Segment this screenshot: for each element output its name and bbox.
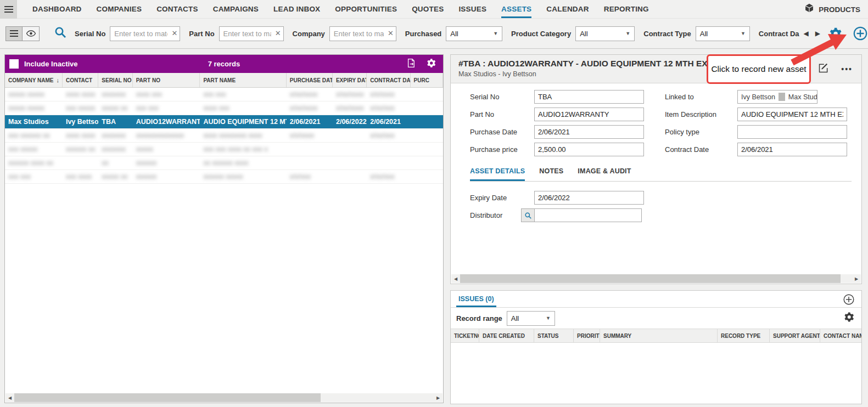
contract-type-filter-select[interactable]: All ▼: [696, 26, 750, 41]
add-asset-button[interactable]: [853, 26, 868, 41]
scroll-right-icon[interactable]: ▶: [434, 393, 443, 402]
filter-next-icon[interactable]: ▶: [815, 30, 820, 37]
column-header-part-name[interactable]: PART NAME: [200, 73, 286, 87]
tab-image-audit[interactable]: IMAGE & AUDIT: [578, 166, 631, 181]
chevron-down-icon: ▼: [493, 31, 498, 36]
column-header-part-no[interactable]: PART NO: [133, 73, 200, 87]
company-filter-input[interactable]: [329, 26, 396, 41]
serial-no-filter-input[interactable]: [110, 26, 180, 41]
serial-no-field[interactable]: [534, 90, 644, 104]
sort-descending-icon: ↓: [56, 77, 59, 83]
purchase-price-field[interactable]: [534, 143, 644, 156]
issues-column-header-ticketno[interactable]: TICKETNO: [451, 329, 479, 342]
add-issue-icon[interactable]: [843, 293, 855, 308]
issues-toolbar: Record range All ▼: [451, 308, 861, 329]
table-row[interactable]: xxxxx xxxxxxxxx xxxxxxxxxxxxxxx xxxxxx x…: [5, 88, 443, 101]
view-toggle-group: [5, 26, 40, 41]
distributor-field[interactable]: [534, 208, 642, 222]
column-header-contract-date[interactable]: CONTRACT DATE: [367, 73, 410, 87]
scrollbar-thumb[interactable]: [460, 274, 841, 283]
linked-company-link[interactable]: Max Studios: [785, 93, 817, 101]
filter-settings-gear-icon[interactable]: [829, 27, 843, 41]
issues-column-header-contact-nam[interactable]: CONTACT NAM: [820, 329, 861, 342]
table-row-selected[interactable]: Max StudiosIvy BettsonTBAAUDIO12WARRANTY…: [5, 115, 443, 129]
record-range-select[interactable]: All ▼: [507, 311, 555, 326]
column-header-serial-no[interactable]: SERIAL NO: [98, 73, 132, 87]
scroll-left-icon[interactable]: ◀: [5, 393, 14, 402]
list-settings-gear-icon[interactable]: [427, 58, 436, 70]
nav-item-issues[interactable]: ISSUES: [458, 0, 486, 18]
export-icon[interactable]: [406, 58, 416, 70]
include-inactive-checkbox[interactable]: [9, 59, 19, 69]
detail-form-hscrollbar[interactable]: ◀ ▶: [451, 274, 861, 283]
asset-list-hscrollbar[interactable]: ◀ ▶: [5, 393, 443, 402]
column-header-purchase-date[interactable]: PURCHASE DATE: [287, 73, 333, 87]
column-header-company-name[interactable]: COMPANY NAME↓: [5, 73, 63, 87]
linked-contact-link[interactable]: Ivy Bettson: [738, 93, 779, 101]
cell: Ivy Bettson: [63, 115, 98, 128]
cell: xxx xxxxx: [63, 101, 98, 115]
nav-item-companies[interactable]: COMPANIES: [97, 0, 142, 18]
list-view-button[interactable]: [5, 26, 23, 41]
column-header-contact[interactable]: CONTACT: [63, 73, 98, 87]
nav-item-campaigns[interactable]: CAMPAIGNS: [213, 0, 259, 18]
cell: 2/06/2021: [367, 115, 410, 128]
linked-to-label: Linked to: [665, 93, 737, 101]
purchase-date-field[interactable]: [534, 125, 644, 139]
issues-tab[interactable]: ISSUES (0): [456, 291, 496, 307]
issues-column-header-summary[interactable]: SUMMARY: [600, 329, 718, 342]
purchase-price-label: Purchase price: [470, 145, 534, 154]
company-clear-icon[interactable]: ✕: [388, 29, 394, 37]
menu-hamburger-icon[interactable]: [0, 0, 17, 19]
nav-item-dashboard[interactable]: DASHBOARD: [32, 0, 82, 18]
edit-asset-icon[interactable]: [818, 63, 829, 76]
issues-column-header-status[interactable]: STATUS: [534, 329, 574, 342]
issues-column-header-record-type[interactable]: RECORD TYPE: [718, 329, 770, 342]
table-row[interactable]: xxx xxxxxxxxxxx xxxxxxxxxxxxxxxxx xxx xx…: [5, 143, 443, 156]
nav-item-contacts[interactable]: CONTACTS: [156, 0, 198, 18]
policy-type-field[interactable]: [737, 125, 847, 139]
issues-settings-gear-icon[interactable]: [844, 312, 855, 325]
nav-item-quotes[interactable]: QUOTES: [412, 0, 444, 18]
scrollbar-thumb[interactable]: [14, 393, 321, 402]
cell: [411, 170, 443, 183]
scroll-right-icon[interactable]: ▶: [852, 274, 861, 283]
scroll-left-icon[interactable]: ◀: [451, 274, 460, 283]
column-header-expiry-date[interactable]: EXPIRY DATE: [333, 73, 367, 87]
item-description-field[interactable]: [737, 108, 847, 121]
part-no-filter-input[interactable]: [219, 26, 284, 41]
filter-prev-icon[interactable]: ◀: [804, 30, 809, 37]
nav-item-lead-inbox[interactable]: LEAD INBOX: [273, 0, 320, 18]
search-icon[interactable]: [54, 26, 67, 41]
issues-column-header-support-agent[interactable]: SUPPORT AGENT: [770, 329, 820, 342]
nav-item-assets[interactable]: ASSETS: [501, 0, 531, 18]
nav-item-reporting[interactable]: REPORTING: [604, 0, 649, 18]
part-no-field[interactable]: [534, 108, 644, 121]
purchased-filter-select[interactable]: All ▼: [446, 26, 502, 41]
table-row[interactable]: xxx xxxxxx xxxxxxxxx xxxxxxxxxxxxxx xxxx…: [5, 170, 443, 184]
table-row[interactable]: xxxxx xxxxxxxx xxxxxxxxxx xxxxx xxxxxxx …: [5, 101, 443, 115]
tab-notes[interactable]: NOTES: [539, 166, 563, 181]
nav-item-opportunities[interactable]: OPPORTUNITIES: [335, 0, 397, 18]
table-row[interactable]: xxx xxxxxx xxxxxx xxxxxxxxxxxxxxxxxxxxxx…: [5, 129, 443, 143]
column-header-purc[interactable]: PURC: [411, 73, 443, 87]
cell: x/xx/xxxx: [287, 101, 333, 115]
part-no-clear-icon[interactable]: ✕: [275, 29, 281, 37]
table-row[interactable]: xxxxxx xxxx xxxxxxxxxxxx xxxxxx xxxx: [5, 156, 443, 170]
contract-date-field[interactable]: [737, 143, 847, 156]
issues-column-header-date-created[interactable]: DATE CREATED: [479, 329, 534, 342]
asset-detail-tabs: ASSET DETAILSNOTESIMAGE & AUDIT: [470, 166, 852, 182]
expiry-date-field[interactable]: [534, 191, 644, 205]
issues-column-header-priority[interactable]: PRIORITY: [574, 329, 600, 342]
tab-asset-details[interactable]: ASSET DETAILS: [470, 166, 525, 181]
distributor-search-icon[interactable]: [521, 208, 534, 222]
more-options-icon[interactable]: •••: [841, 65, 853, 74]
serial-no-clear-icon[interactable]: ✕: [171, 29, 177, 37]
nav-item-calendar[interactable]: CALENDAR: [546, 0, 589, 18]
cell: x/x/xxxx: [287, 129, 333, 142]
preview-eye-button[interactable]: [23, 26, 40, 41]
product-category-filter-value: All: [580, 30, 587, 38]
products-button[interactable]: PRODUCTS: [804, 0, 860, 19]
product-category-filter-select[interactable]: All ▼: [575, 26, 635, 41]
cell: [333, 143, 367, 156]
